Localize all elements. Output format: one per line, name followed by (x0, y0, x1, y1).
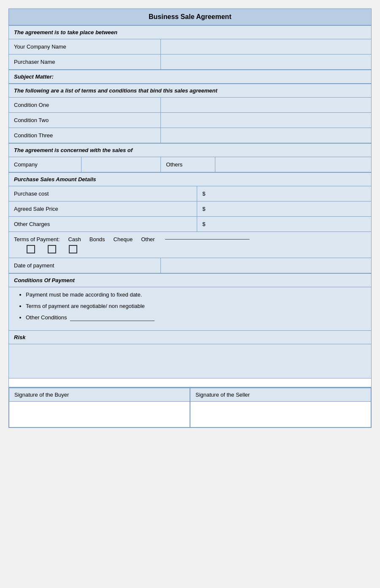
payment-terms-top: Terms of Payment: Cash Bonds Cheque Othe… (14, 236, 366, 242)
company-name-label: Your Company Name (9, 39, 161, 54)
cash-label: Cash (68, 236, 81, 242)
purchase-cost-value[interactable]: $ (197, 186, 371, 201)
cheque-label: Cheque (114, 236, 133, 242)
others-label: Others (161, 157, 215, 172)
payment-condition-1: Payment must be made according to fixed … (26, 291, 363, 298)
terms-intro: The following are a list of terms and co… (9, 84, 371, 98)
company-label: Company (9, 157, 81, 172)
intro-text: The agreement is to take place between (9, 25, 371, 39)
purchase-details-header: Purchase Sales Amount Details (9, 172, 371, 186)
buyer-signature-area[interactable] (9, 402, 190, 427)
signature-section: Signature of the Buyer Signature of the … (9, 387, 371, 427)
date-of-payment-row: Date of payment (9, 258, 371, 273)
bonds-checkbox[interactable] (48, 245, 56, 253)
date-of-payment-label: Date of payment (9, 258, 161, 273)
others-value[interactable] (215, 157, 371, 172)
other-label: Other (141, 236, 155, 242)
payment-terms-label: Terms of Payment: (14, 236, 60, 242)
company-name-row: Your Company Name (9, 39, 371, 54)
other-charges-value[interactable]: $ (197, 217, 371, 231)
seller-signature-label: Signature of the Seller (190, 388, 371, 402)
purchase-cost-label: Purchase cost (9, 186, 197, 201)
subject-matter-header: Subject Matter: (9, 70, 371, 84)
bonds-checkbox-item (48, 245, 56, 253)
condition-one-row: Condition One (9, 98, 371, 113)
purchaser-name-value[interactable] (161, 54, 371, 69)
conditions-of-payment-header: Conditions Of Payment (9, 273, 371, 287)
risk-section: Risk (9, 331, 371, 378)
company-value[interactable] (81, 157, 161, 172)
other-charges-row: Other Charges $ (9, 217, 371, 232)
agreed-sale-price-value[interactable]: $ (197, 201, 371, 216)
purchase-cost-row: Purchase cost $ (9, 186, 371, 201)
company-name-value[interactable] (161, 39, 371, 54)
other-conditions-value[interactable] (70, 314, 155, 321)
condition-one-label: Condition One (9, 98, 161, 112)
buyer-signature-label: Signature of the Buyer (9, 388, 190, 402)
condition-three-label: Condition Three (9, 128, 161, 143)
bonds-label: Bonds (90, 236, 105, 242)
other-charges-label: Other Charges (9, 217, 197, 231)
cheque-checkbox[interactable] (69, 245, 77, 253)
agreed-sale-price-label: Agreed Sale Price (9, 201, 197, 216)
checkbox-group (27, 245, 366, 253)
risk-body[interactable] (9, 344, 371, 378)
other-line[interactable] (165, 239, 250, 240)
payment-condition-2: Terms of payment are negotiable/ non neg… (26, 303, 363, 309)
document: Business Sale Agreement The agreement is… (8, 8, 372, 428)
document-title: Business Sale Agreement (9, 9, 371, 25)
condition-two-row: Condition Two (9, 113, 371, 128)
cash-checkbox-item (27, 245, 35, 253)
cash-checkbox[interactable] (27, 245, 35, 253)
risk-header: Risk (9, 331, 371, 344)
purchaser-name-label: Purchaser Name (9, 54, 161, 69)
cheque-checkbox-item (69, 245, 77, 253)
payment-condition-3: Other Conditions (26, 314, 363, 321)
payment-terms-row: Terms of Payment: Cash Bonds Cheque Othe… (9, 232, 371, 258)
agreed-sale-price-row: Agreed Sale Price $ (9, 201, 371, 217)
conditions-of-payment-body: Payment must be made according to fixed … (9, 287, 371, 331)
condition-two-value[interactable] (161, 113, 371, 128)
condition-two-label: Condition Two (9, 113, 161, 128)
condition-three-value[interactable] (161, 128, 371, 143)
condition-three-row: Condition Three (9, 128, 371, 143)
sales-of-header: The agreement is concerned with the sale… (9, 143, 371, 157)
purchaser-name-row: Purchaser Name (9, 54, 371, 70)
company-others-row: Company Others (9, 157, 371, 172)
seller-signature-col: Signature of the Seller (190, 388, 371, 427)
buyer-signature-col: Signature of the Buyer (9, 388, 190, 427)
condition-one-value[interactable] (161, 98, 371, 112)
date-of-payment-value[interactable] (161, 258, 371, 273)
seller-signature-area[interactable] (190, 402, 371, 427)
